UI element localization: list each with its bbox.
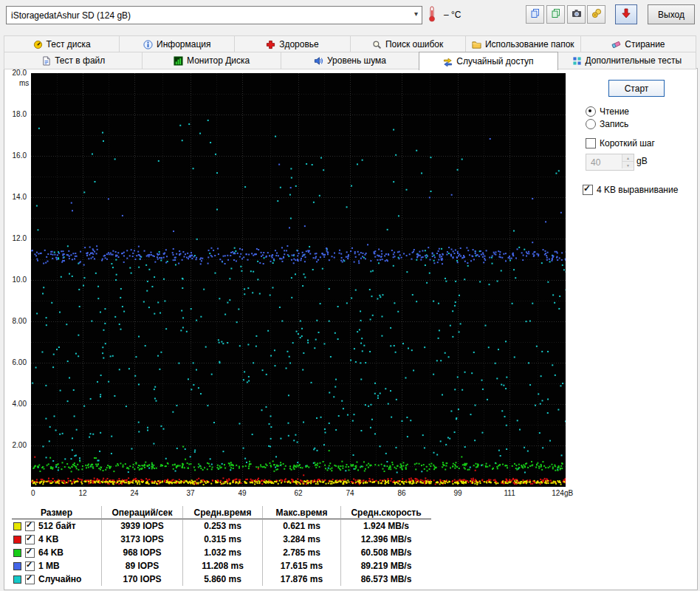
write-radio-label: Запись — [600, 119, 628, 129]
series-color-swatch — [13, 562, 21, 570]
y-axis-unit-label: ms — [19, 79, 29, 87]
table-cell-avg: 5.860 ms — [183, 573, 263, 586]
radio-icon — [586, 106, 596, 117]
tab-disk-monitor[interactable]: Монитор Диска — [142, 52, 281, 69]
series-checkbox[interactable] — [25, 575, 35, 584]
copy-icon — [530, 8, 541, 21]
camera-icon — [572, 8, 582, 21]
copy-button[interactable] — [526, 5, 544, 24]
x-tick-label: 99 — [453, 489, 461, 497]
table-row-size: 512 байт — [12, 519, 102, 533]
tab-label: Информация — [157, 39, 210, 49]
red-down-arrow-icon — [621, 8, 631, 21]
table-cell-max: 2.785 ms — [263, 546, 341, 559]
info-icon — [143, 40, 153, 49]
tab-folder-usage[interactable]: Использование папок — [465, 35, 581, 53]
x-tick-label: 74 — [346, 489, 354, 497]
tab-disk-test[interactable]: Тест диска — [4, 35, 120, 53]
table-row-size: 64 KB — [12, 546, 102, 559]
drive-selector-value: iStoragedatAshur SD (124 gB) — [11, 10, 131, 21]
tab-row-2: Тест в файлМонитор ДискаУровень шумаСлуч… — [4, 52, 696, 68]
y-axis-labels: 20.018.016.014.012.010.08.006.004.002.00 — [4, 73, 29, 487]
x-tick-label: 37 — [186, 489, 194, 497]
tab-label: Тест диска — [47, 39, 91, 49]
table-header-1: Операций/сек — [102, 506, 183, 519]
table-cell-speed: 1.924 MB/s — [341, 519, 431, 533]
tab-random-access[interactable]: Случайный доступ — [419, 52, 557, 70]
table-cell-speed: 86.573 MB/s — [341, 573, 431, 586]
table-row-size: Случайно — [12, 573, 102, 586]
grid-icon — [572, 56, 582, 66]
tab-label: Дополнительные тесты — [586, 55, 682, 66]
table-cell-avg: 0.253 ms — [183, 519, 263, 533]
series-label: 1 MB — [38, 561, 60, 571]
checkbox-icon — [583, 185, 593, 195]
y-tick-label: 4.00 — [13, 400, 27, 408]
stepper-up-icon[interactable]: ▲ — [622, 154, 634, 162]
tab-erase[interactable]: Стирание — [580, 35, 696, 53]
series-checkbox[interactable] — [25, 561, 35, 571]
tab-label: Поиск ошибок — [385, 39, 443, 49]
stepper-arrows[interactable]: ▲▼ — [622, 154, 634, 168]
short-stride-checkbox[interactable]: Короткий шаг — [586, 138, 655, 148]
tab-health[interactable]: Здоровье — [234, 35, 350, 53]
table-cell-iops: 170 IOPS — [102, 573, 183, 586]
x-axis-labels: 01224374962748699111124gB — [31, 489, 566, 499]
read-radio[interactable]: Чтение — [586, 106, 629, 117]
coins-icon — [591, 8, 602, 21]
tab-label: Случайный доступ — [456, 56, 533, 66]
y-tick-label: 10.0 — [13, 276, 27, 284]
x-tick-label: 62 — [294, 489, 302, 497]
table-cell-max: 17.615 ms — [263, 559, 341, 573]
exit-button[interactable]: Выход — [648, 4, 695, 24]
tab-label: Использование папок — [485, 39, 574, 49]
tab-error-scan[interactable]: Поиск ошибок — [350, 35, 466, 53]
short-stride-label: Короткий шаг — [600, 138, 655, 148]
table-cell-iops: 3173 IOPS — [102, 533, 183, 546]
stride-size-stepper[interactable]: 40 ▲▼ — [586, 154, 634, 171]
series-label: 64 KB — [38, 547, 64, 558]
stepper-down-icon[interactable]: ▼ — [622, 162, 634, 168]
write-radio[interactable]: Запись — [586, 119, 628, 129]
series-color-swatch — [13, 549, 21, 557]
align-4kb-checkbox[interactable]: 4 KB выравнивание — [583, 185, 678, 195]
camera-button[interactable] — [567, 5, 586, 24]
table-cell-avg: 0.315 ms — [183, 533, 263, 546]
series-checkbox[interactable] — [25, 535, 35, 544]
x-tick-label: 86 — [398, 489, 406, 497]
stride-size-value: 40 — [591, 157, 600, 168]
tab-info[interactable]: Информация — [119, 35, 235, 53]
series-label: Случайно — [38, 574, 81, 584]
tab-label: Стирание — [625, 39, 665, 49]
down-arrow-button[interactable] — [615, 4, 637, 24]
series-label: 4 KB — [38, 534, 58, 544]
drive-selector[interactable]: iStoragedatAshur SD (124 gB) ▾ — [6, 6, 422, 24]
start-button[interactable]: Старт — [608, 80, 665, 97]
tab-extra-tests[interactable]: Дополнительные тесты — [557, 52, 696, 69]
series-checkbox[interactable] — [25, 548, 35, 558]
x-tick-label: 0 — [31, 489, 35, 497]
tab-label: Тест в файл — [55, 55, 105, 66]
y-tick-label: 20.0 — [13, 69, 27, 77]
erase-icon — [611, 40, 621, 49]
table-cell-iops: 89 IOPS — [102, 559, 183, 573]
y-tick-label: 18.0 — [13, 110, 27, 118]
monitor-icon — [174, 56, 183, 66]
table-row-size: 4 KB — [12, 533, 102, 546]
table-cell-speed: 89.219 MB/s — [341, 559, 431, 573]
series-checkbox[interactable] — [25, 522, 35, 531]
series-color-swatch — [13, 522, 21, 530]
tab-file-benchmark[interactable]: Тест в файл — [4, 52, 143, 69]
tab-label: Уровень шума — [327, 55, 386, 66]
tab-noise-level[interactable]: Уровень шума — [281, 52, 419, 69]
table-cell-max: 0.621 ms — [263, 519, 341, 533]
y-tick-label: 12.0 — [13, 234, 27, 242]
coins-button[interactable] — [587, 5, 605, 24]
copy2-icon — [551, 8, 561, 21]
copy-alt-button[interactable] — [546, 5, 565, 24]
folder-icon — [472, 40, 481, 49]
radio-icon — [586, 119, 596, 129]
tab-row-1: Тест дискаИнформацияЗдоровьеПоиск ошибок… — [4, 35, 696, 52]
y-tick-label: 6.00 — [13, 358, 27, 366]
table-row-size: 1 MB — [12, 559, 102, 573]
